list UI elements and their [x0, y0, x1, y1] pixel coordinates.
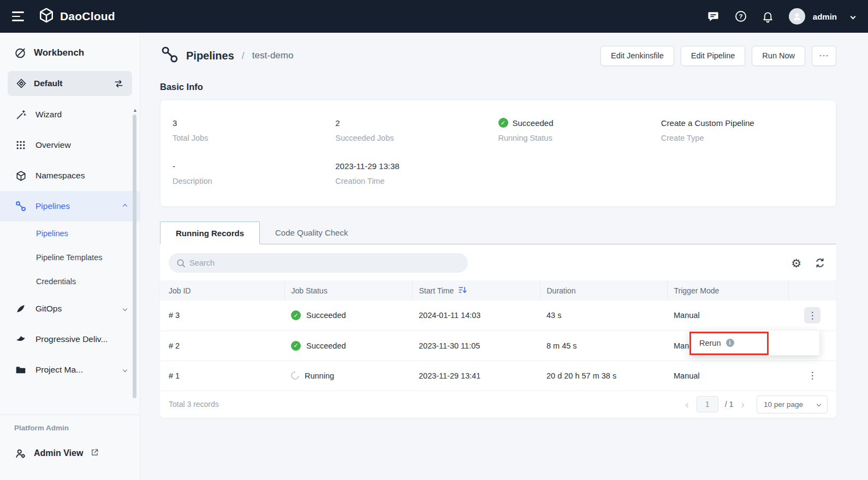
tab-bar: Running Records Code Quality Check	[160, 221, 836, 244]
workspace-selector[interactable]: Default	[8, 71, 132, 96]
sidebar-item-label: GitOps	[35, 304, 62, 314]
status-text: Succeeded	[306, 311, 346, 320]
sidebar-item-wizard[interactable]: Wizard	[0, 99, 140, 130]
row-actions-dropdown: Rerun i	[689, 330, 820, 356]
sidebar-item-label: Namespaces	[35, 171, 85, 181]
cell-job-id: # 1	[160, 361, 284, 391]
help-icon[interactable]: ?	[734, 10, 747, 23]
workbench-header: Workbench	[0, 33, 140, 65]
progressive-delivery-icon	[15, 333, 27, 345]
notifications-bell-icon[interactable]	[762, 10, 775, 23]
gitops-icon	[15, 303, 27, 315]
run-now-button[interactable]: Run Now	[752, 46, 805, 66]
admin-view-label: Admin View	[34, 448, 83, 458]
page-number-input[interactable]	[697, 396, 718, 412]
search-box	[169, 253, 468, 273]
sidebar-item-progressive-delivery[interactable]: Progressive Deliv...	[0, 324, 140, 355]
page-count-label: / 1	[725, 400, 734, 409]
workspace-label: Default	[34, 79, 63, 88]
menu-toggle-icon[interactable]	[12, 11, 26, 21]
row-actions-button[interactable]: ⋮	[804, 368, 821, 384]
edit-pipeline-button[interactable]: Edit Pipeline	[681, 46, 746, 66]
admin-user-icon	[14, 447, 26, 459]
sidebar-subitem-pipeline-templates[interactable]: Pipeline Templates	[0, 245, 140, 269]
platform-admin-label: Platform Admin	[14, 424, 127, 432]
next-page-icon[interactable]: ›	[740, 399, 746, 410]
refresh-icon[interactable]	[815, 257, 825, 268]
field-value: 2	[335, 118, 498, 128]
sidebar-item-namespaces[interactable]: Namespaces	[0, 160, 140, 191]
overview-grid-icon	[15, 139, 27, 151]
svg-text:?: ?	[739, 13, 742, 20]
sidebar-item-project-management[interactable]: Project Ma...	[0, 355, 140, 385]
user-menu-chevron-icon[interactable]	[851, 14, 856, 19]
cell-start-time: 2023-11-29 13:41	[412, 361, 540, 391]
switch-workspace-icon[interactable]	[112, 77, 124, 89]
top-navbar: DaoCloud ? admin	[0, 0, 868, 33]
cell-actions: ⋮	[788, 301, 836, 331]
sidebar-item-overview[interactable]: Overview	[0, 130, 140, 160]
table-row: # 1 Running 2023-11-29 13:41 20 d 20 h 5…	[160, 361, 836, 391]
cell-trigger-mode: Manual	[667, 301, 788, 331]
cell-job-status: Running	[284, 361, 412, 391]
cell-duration: 20 d 20 h 57 m 38 s	[540, 361, 667, 391]
daocloud-cube-icon	[38, 7, 55, 26]
sidebar-item-label: Wizard	[35, 110, 62, 119]
sidebar-item-label: Overview	[35, 140, 71, 150]
workbench-icon	[14, 47, 26, 59]
breadcrumb-separator: /	[242, 50, 245, 62]
cell-duration: 8 m 45 s	[540, 331, 667, 361]
scrollbar-thumb[interactable]	[133, 115, 136, 398]
field-label: Running Status	[498, 134, 661, 142]
cell-trigger-mode: Manual	[667, 361, 788, 391]
running-records-panel: ⚙ Job ID Job Status	[160, 244, 836, 418]
info-field-total-jobs: 3 Total Jobs	[173, 118, 335, 142]
search-icon	[176, 258, 186, 268]
sidebar-subitem-pipelines[interactable]: Pipelines	[0, 221, 140, 245]
rerun-menu-item[interactable]: Rerun i	[689, 331, 819, 355]
folder-icon	[15, 364, 27, 376]
admin-view-link[interactable]: Admin View	[14, 447, 127, 459]
col-actions	[788, 280, 836, 301]
breadcrumb-section[interactable]: Pipelines	[186, 50, 234, 62]
workbench-label: Workbench	[34, 47, 84, 58]
field-label: Succeeded Jobs	[335, 134, 498, 142]
sidebar-item-pipelines[interactable]: Pipelines	[0, 191, 140, 221]
pipelines-icon	[15, 200, 27, 212]
field-value: ✓ Succeeded	[498, 118, 661, 128]
total-records-label: Total 3 records	[169, 400, 219, 409]
field-label: Description	[173, 177, 335, 185]
pipelines-breadcrumb-icon	[160, 45, 180, 67]
sidebar-scrollbar[interactable]: ▲	[133, 108, 137, 424]
col-trigger-mode: Trigger Mode	[667, 280, 788, 301]
success-check-icon: ✓	[291, 341, 301, 351]
tab-running-records[interactable]: Running Records	[160, 221, 260, 244]
running-spinner-icon	[289, 370, 301, 381]
sidebar-subitem-credentials[interactable]: Credentials	[0, 269, 140, 293]
brand-logo[interactable]: DaoCloud	[38, 7, 115, 26]
per-page-select[interactable]: 10 per page	[757, 395, 828, 413]
field-value: Create a Custom Pipeline	[661, 118, 824, 128]
column-settings-gear-icon[interactable]: ⚙	[791, 257, 801, 269]
row-actions-button[interactable]: ⋮	[804, 307, 821, 323]
username-label[interactable]: admin	[813, 12, 837, 21]
info-field-description: - Description	[173, 161, 335, 185]
previous-page-icon[interactable]: ‹	[684, 399, 690, 410]
more-actions-button[interactable]: ⋯	[812, 46, 836, 66]
tab-code-quality-check[interactable]: Code Quality Check	[260, 221, 363, 244]
field-value: -	[173, 161, 335, 171]
user-avatar[interactable]	[789, 8, 805, 25]
scrollbar-up-icon[interactable]: ▲	[133, 108, 137, 113]
header-actions: Edit Jenkinsfile Edit Pipeline Run Now ⋯	[601, 46, 836, 66]
sidebar-item-gitops[interactable]: GitOps	[0, 293, 140, 324]
sidebar-item-label: Project Ma...	[35, 365, 83, 375]
info-icon[interactable]: i	[726, 339, 734, 347]
field-value: 2023-11-29 13:38	[335, 161, 498, 171]
sort-descending-icon[interactable]	[458, 285, 467, 296]
edit-jenkinsfile-button[interactable]: Edit Jenkinsfile	[601, 46, 674, 66]
search-input[interactable]	[169, 253, 468, 273]
brand-name: DaoCloud	[60, 10, 115, 23]
col-duration: Duration	[540, 280, 667, 301]
basic-info-title: Basic Info	[160, 82, 836, 92]
chat-icon[interactable]	[707, 10, 720, 23]
